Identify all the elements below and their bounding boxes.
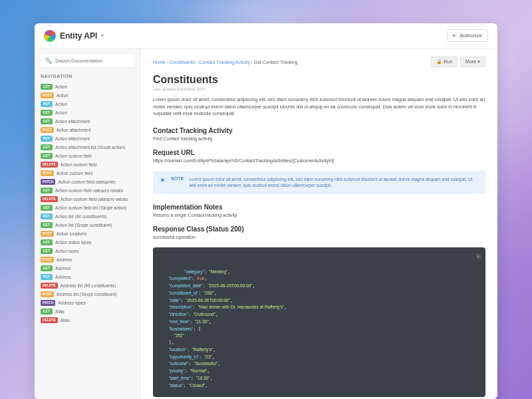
nav-item[interactable]: GETAction attachment xyxy=(41,117,134,126)
nav-item[interactable]: POSTAction attachment xyxy=(41,126,134,134)
nav-item[interactable]: PATCHAddress types xyxy=(41,299,134,307)
method-badge: PUT xyxy=(41,136,53,142)
nav-item[interactable]: GETAction xyxy=(41,82,134,91)
nav-item[interactable]: DELETEAlias xyxy=(41,316,134,325)
nav-item[interactable]: DELETEAction custom field category value… xyxy=(41,195,134,203)
nav-item[interactable]: POSTAction locations xyxy=(41,229,134,238)
method-badge: GET xyxy=(41,248,53,254)
method-badge: GET xyxy=(41,84,53,90)
nav-label: Action custom field list (Single action) xyxy=(55,205,127,210)
nav-item[interactable]: GETAction custom field category details xyxy=(41,186,134,195)
nav-item[interactable]: PUTAddress xyxy=(41,273,134,281)
activity-text: Find Contact tracking activity xyxy=(153,136,485,141)
nav-heading: NAVIGATION xyxy=(41,74,134,78)
page-title: Constituents xyxy=(153,74,485,86)
nav-label: Action attachment list (Single action) xyxy=(55,145,125,150)
nav-item[interactable]: POSTAddress xyxy=(41,255,134,264)
star-icon: ★ xyxy=(160,176,166,184)
nav-label: Action custom field categories xyxy=(58,180,115,184)
nav-item[interactable]: GETAction types xyxy=(41,247,134,255)
nav-label: Action xyxy=(55,84,67,89)
breadcrumb-item[interactable]: Home xyxy=(153,60,166,65)
nav-item[interactable]: GETAlias xyxy=(41,307,134,316)
nav-label: Action xyxy=(55,110,67,115)
note-box: ★ NOTE Lorem ipsum dolor sit amet, conse… xyxy=(153,171,485,195)
nav-label: Address xyxy=(55,275,71,279)
nav-item[interactable]: GETAction custom field list (Single acti… xyxy=(41,203,134,212)
method-badge: PUT xyxy=(41,274,53,280)
nav-label: Action status types xyxy=(55,240,92,245)
nav-item[interactable]: GETAction xyxy=(41,108,134,117)
brand-name: Entity API xyxy=(60,31,97,41)
nav-item[interactable]: DELETEAddress list (All constituents) xyxy=(41,281,134,290)
method-badge: DELETE xyxy=(41,317,58,323)
nav-item[interactable]: POSTAction xyxy=(41,91,134,100)
nav-item[interactable]: GETAction status types xyxy=(41,238,134,247)
main-content: Home/Constituents/Contact Tracking Activ… xyxy=(141,49,497,399)
nav-item[interactable]: GETAction custom field xyxy=(41,152,134,160)
code-block: ⎘ "category": "Meeting", "completed": tr… xyxy=(153,247,485,397)
method-badge: GET xyxy=(41,153,53,159)
nav-list: GETActionPOSTActionPUTActionGETActionGET… xyxy=(41,82,134,325)
method-badge: GET xyxy=(41,110,53,116)
nav-item[interactable]: PUTAction attachment xyxy=(41,134,134,143)
method-badge: GET xyxy=(41,118,53,124)
method-badge: POST xyxy=(41,92,54,98)
search-box[interactable]: 🔍 xyxy=(41,55,134,67)
method-badge: POST xyxy=(41,291,54,297)
method-badge: POST xyxy=(41,127,54,133)
impl-text: Returns a single Contact tracking activi… xyxy=(153,213,485,217)
nav-item[interactable]: PUTAction list (All constituents) xyxy=(41,212,134,221)
response-text: successful operation xyxy=(153,235,485,239)
request-url-heading: Request URL xyxy=(153,149,485,156)
method-badge: GET xyxy=(41,239,53,245)
copy-icon[interactable]: ⎘ xyxy=(477,253,480,262)
sidebar: 🔍 NAVIGATION GETActionPOSTActionPUTActio… xyxy=(35,49,141,399)
method-badge: DELETE xyxy=(41,283,58,289)
intro-text: Lorem ipsum dolor sit amet, consectetur … xyxy=(153,96,485,118)
nav-label: Action custom field xyxy=(57,171,93,176)
method-badge: GET xyxy=(41,144,53,150)
nav-item[interactable]: GETAddress xyxy=(41,264,134,273)
nav-item[interactable]: PATCHAction custom field categories xyxy=(41,178,134,186)
search-input[interactable] xyxy=(55,59,130,63)
breadcrumb-item[interactable]: Constituents xyxy=(170,60,196,65)
breadcrumb-item[interactable]: Contact Tracking Activity xyxy=(200,60,250,65)
nav-label: Address xyxy=(57,257,72,262)
method-badge: POST xyxy=(41,257,54,263)
nav-label: Action locations xyxy=(57,231,87,236)
nav-item[interactable]: POSTAddress list (Single constituent) xyxy=(41,290,134,299)
activity-heading: Contact Tracking Activity xyxy=(153,127,485,134)
nav-label: Action custom field category details xyxy=(55,188,123,193)
nav-label: Alias xyxy=(61,318,70,323)
nav-item[interactable]: GETAction list (Single constituent) xyxy=(41,221,134,229)
nav-item[interactable]: GETAction attachment list (Single action… xyxy=(41,143,134,152)
nav-label: Action xyxy=(55,102,67,106)
method-badge: GET xyxy=(41,265,53,271)
method-badge: GET xyxy=(41,205,53,211)
nav-label: Address list (All constituents) xyxy=(61,283,116,288)
note-label: NOTE xyxy=(171,176,184,181)
method-badge: POST xyxy=(41,231,54,237)
topbar: Entity API ▾ ⇤ Authorize xyxy=(35,23,497,49)
more-button[interactable]: More ▾ xyxy=(460,57,485,67)
method-badge: DELETE xyxy=(41,162,58,168)
nav-label: Action types xyxy=(55,249,78,253)
lock-arrow-icon: ⇤ xyxy=(453,33,458,39)
breadcrumb: Home/Constituents/Contact Tracking Activ… xyxy=(153,60,298,65)
run-button[interactable]: 🔒 Run xyxy=(431,57,458,67)
authorize-button[interactable]: ⇤ Authorize xyxy=(447,29,488,42)
nav-label: Action attachment xyxy=(57,128,91,132)
method-badge: PATCH xyxy=(41,300,55,306)
nav-label: Alias xyxy=(55,309,65,314)
method-badge: GET xyxy=(41,222,53,228)
authorize-label: Authorize xyxy=(460,33,482,39)
nav-label: Action xyxy=(57,93,68,98)
nav-label: Action attachment xyxy=(55,119,90,124)
last-updated: Last updated December 2017 xyxy=(153,87,485,91)
nav-item[interactable]: DELETEAction custom field xyxy=(41,160,134,169)
brand[interactable]: Entity API ▾ xyxy=(44,30,104,42)
nav-label: Action custom field xyxy=(55,154,92,158)
nav-item[interactable]: PUTAction xyxy=(41,100,134,108)
nav-item[interactable]: POSTAction custom field xyxy=(41,169,134,178)
